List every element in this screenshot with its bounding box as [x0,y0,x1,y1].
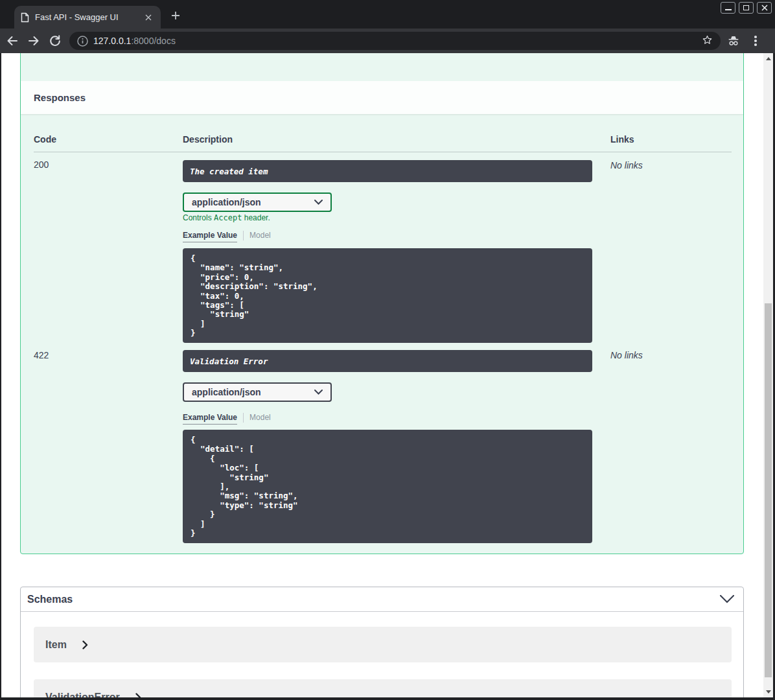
page-scrollbar[interactable] [763,53,773,697]
links-value-422: No links [610,350,643,360]
column-header-description: Description [183,134,233,145]
browser-toolbar: 127.0.0.1:8000/docs [0,29,775,53]
tab-divider [243,413,244,423]
hint-suffix: header. [242,213,270,222]
hint-prefix: Controls [183,213,214,222]
scroll-down-arrow[interactable] [763,686,773,697]
column-header-code: Code [34,134,56,145]
responses-heading: Responses [34,92,86,103]
response-description-422: Validation Error [183,350,592,372]
window-border-left [0,53,1,700]
browser-window: Fast API - Swagger UI [0,0,775,700]
browser-chrome: Fast API - Swagger UI [0,0,775,53]
window-maximize-button[interactable] [739,2,754,14]
accept-header-hint: Controls Accept header. [183,213,270,222]
tab-divider [243,231,244,240]
site-info-icon[interactable] [77,36,88,47]
titlebar[interactable]: Fast API - Swagger UI [0,0,775,29]
response-description-200: The created item [183,160,592,182]
url-text[interactable]: 127.0.0.1:8000/docs [93,36,176,46]
url-host: 127.0.0.1 [93,36,131,46]
chevron-right-icon [82,640,88,649]
links-value-200: No links [610,160,643,170]
media-type-value-200: application/json [192,197,261,207]
new-tab-button[interactable] [168,8,183,23]
example-json-200: { "name": "string", "price": 0, "descrip… [183,248,592,343]
address-bar[interactable]: 127.0.0.1:8000/docs [69,32,721,50]
page-favicon-icon [21,12,29,23]
example-model-tabs-422: Example Value Model [183,413,271,425]
schemas-header[interactable]: Schemas [21,587,743,612]
chevron-down-icon [314,200,323,205]
window-controls [721,2,772,14]
table-header-divider [34,152,732,152]
tab-model-200[interactable]: Model [249,231,271,240]
tab-close-icon[interactable] [143,12,154,23]
browser-menu-icon[interactable] [746,32,765,50]
tab-model-422[interactable]: Model [249,413,271,422]
schemas-title: Schemas [27,594,720,605]
window-close-button[interactable] [757,2,772,14]
example-json-422: { "detail": [ { "loc": [ "string" ], "ms… [183,430,592,543]
swagger-page: Responses Code Description Links 200 The… [0,53,775,700]
schema-item-card[interactable]: Item [34,627,732,662]
post-operation-panel: Responses Code Description Links 200 The… [20,39,744,554]
chevron-down-icon[interactable] [720,595,734,603]
window-border-bottom [0,697,775,700]
back-button[interactable] [3,32,21,50]
incognito-icon [724,32,743,50]
hint-accept: Accept [214,213,242,222]
media-type-select-200[interactable]: application/json [183,192,332,212]
chevron-down-icon [314,390,323,395]
response-code-200: 200 [34,159,49,170]
tab-example-value-200[interactable]: Example Value [183,231,237,242]
browser-tab[interactable]: Fast API - Swagger UI [14,6,161,29]
url-path: :8000/docs [131,36,176,46]
reload-button[interactable] [46,32,64,50]
schema-name-item: Item [45,639,67,651]
response-code-422: 422 [34,350,49,360]
column-header-links: Links [610,134,634,145]
media-type-select-422[interactable]: application/json [183,382,332,402]
example-model-tabs-200: Example Value Model [183,231,271,242]
tab-title: Fast API - Swagger UI [35,12,143,22]
window-minimize-button[interactable] [721,2,735,14]
scroll-up-arrow[interactable] [763,53,773,64]
forward-button[interactable] [25,32,43,50]
scrollbar-thumb[interactable] [765,303,772,677]
schemas-panel: Schemas Item ValidationError [20,587,744,700]
media-type-value-422: application/json [192,387,261,397]
tab-example-value-422[interactable]: Example Value [183,413,237,425]
responses-section-header: Responses [21,81,743,114]
bookmark-star-icon[interactable] [702,34,713,48]
